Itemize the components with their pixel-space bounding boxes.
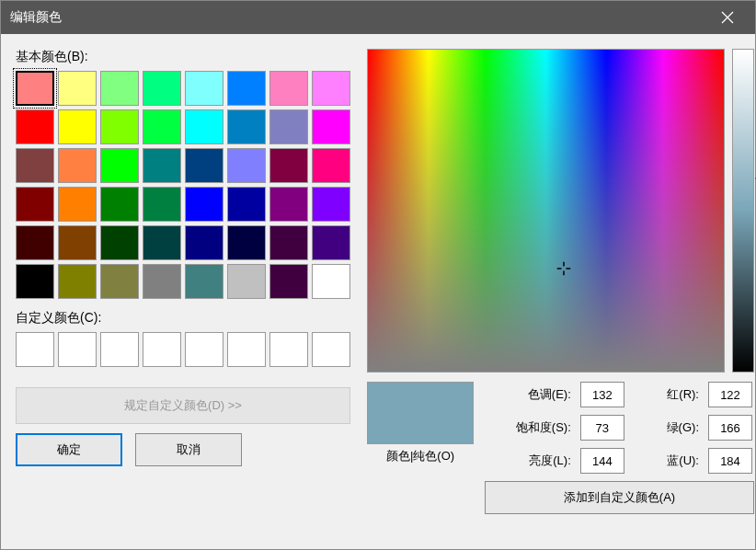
basic-swatch[interactable] [312, 109, 350, 144]
basic-swatch[interactable] [312, 225, 350, 260]
custom-colors-label: 自定义颜色(C): [16, 310, 350, 327]
basic-swatch[interactable] [16, 225, 54, 260]
custom-swatch[interactable] [185, 332, 223, 367]
basic-swatch[interactable] [269, 71, 308, 106]
basic-swatch[interactable] [16, 187, 54, 222]
basic-swatch[interactable] [269, 187, 308, 222]
gradient-area [367, 49, 754, 372]
basic-swatch[interactable] [227, 71, 266, 106]
basic-swatch[interactable] [16, 148, 54, 183]
basic-swatch[interactable] [312, 264, 350, 299]
basic-swatch[interactable] [58, 109, 97, 144]
basic-swatch[interactable] [143, 109, 181, 144]
red-label: 红(R): [636, 386, 699, 403]
basic-swatch[interactable] [58, 225, 97, 260]
green-label: 绿(G): [636, 419, 699, 436]
basic-swatch[interactable] [227, 148, 266, 183]
basic-swatch[interactable] [16, 264, 54, 299]
basic-swatch[interactable] [16, 71, 54, 106]
basic-swatch[interactable] [100, 148, 139, 183]
custom-swatch[interactable] [269, 332, 308, 367]
sat-label: 饱和度(S): [485, 419, 571, 436]
add-custom-button[interactable]: 添加到自定义颜色(A) [485, 481, 754, 514]
red-input[interactable] [708, 382, 752, 407]
basic-swatch[interactable] [58, 71, 97, 106]
basic-swatch[interactable] [100, 109, 139, 144]
dialog-content: 基本颜色(B): 自定义颜色(C): 规定自定义颜色(D) >> 确定 取消 [1, 34, 755, 549]
basic-swatch[interactable] [312, 148, 350, 183]
right-panel: 颜色|纯色(O) 色调(E): 红(R): 饱和度(S): 绿(G): 亮度(L… [367, 49, 754, 534]
basic-colors-grid [16, 71, 350, 299]
hue-input[interactable] [580, 382, 624, 407]
basic-swatch[interactable] [185, 148, 223, 183]
custom-swatch[interactable] [16, 332, 54, 367]
basic-swatch[interactable] [185, 225, 223, 260]
basic-swatch[interactable] [143, 71, 181, 106]
custom-swatch[interactable] [100, 332, 139, 367]
hue-sat-picker[interactable] [367, 49, 725, 372]
crosshair-icon [556, 262, 570, 276]
sat-input[interactable] [580, 415, 624, 441]
custom-swatch[interactable] [227, 332, 266, 367]
basic-swatch[interactable] [227, 264, 266, 299]
color-inputs: 色调(E): 红(R): 饱和度(S): 绿(G): 亮度(L): 蓝(U): [485, 382, 754, 474]
titlebar: 编辑颜色 [1, 1, 755, 34]
basic-swatch[interactable] [58, 264, 97, 299]
basic-swatch[interactable] [16, 109, 54, 144]
basic-swatch[interactable] [58, 148, 97, 183]
basic-swatch[interactable] [312, 71, 350, 106]
green-input[interactable] [708, 415, 752, 441]
basic-swatch[interactable] [269, 264, 308, 299]
define-custom-button: 规定自定义颜色(D) >> [16, 387, 350, 424]
lum-input[interactable] [580, 448, 624, 474]
basic-swatch[interactable] [227, 187, 266, 222]
basic-swatch[interactable] [185, 109, 223, 144]
basic-swatch[interactable] [58, 187, 97, 222]
basic-swatch[interactable] [312, 187, 350, 222]
basic-swatch[interactable] [143, 225, 181, 260]
left-panel: 基本颜色(B): 自定义颜色(C): 规定自定义颜色(D) >> 确定 取消 [16, 49, 350, 534]
basic-swatch[interactable] [185, 264, 223, 299]
custom-colors-grid [16, 332, 350, 367]
color-details: 颜色|纯色(O) 色调(E): 红(R): 饱和度(S): 绿(G): 亮度(L… [367, 382, 754, 514]
color-dialog: 编辑颜色 基本颜色(B): 自定义颜色(C): 规定自定义颜色(D) >> 确定… [0, 0, 756, 550]
basic-swatch[interactable] [185, 187, 223, 222]
preview-column: 颜色|纯色(O) [367, 382, 474, 514]
custom-swatch[interactable] [312, 332, 350, 367]
close-button[interactable] [709, 1, 746, 34]
basic-swatch[interactable] [143, 264, 181, 299]
basic-swatch[interactable] [227, 109, 266, 144]
basic-swatch[interactable] [143, 187, 181, 222]
basic-swatch[interactable] [100, 264, 139, 299]
basic-swatch[interactable] [269, 109, 308, 144]
color-preview [367, 382, 474, 444]
ok-button[interactable]: 确定 [16, 433, 122, 466]
basic-swatch[interactable] [269, 148, 308, 183]
basic-swatch[interactable] [227, 225, 266, 260]
blue-label: 蓝(U): [636, 453, 699, 469]
basic-swatch[interactable] [185, 71, 223, 106]
basic-swatch[interactable] [269, 225, 308, 260]
blue-input[interactable] [708, 448, 752, 474]
basic-swatch[interactable] [143, 148, 181, 183]
basic-swatch[interactable] [100, 187, 139, 222]
close-icon [721, 11, 734, 24]
lum-label: 亮度(L): [485, 453, 571, 469]
cancel-button[interactable]: 取消 [135, 433, 242, 466]
hue-label: 色调(E): [485, 386, 571, 403]
dialog-buttons: 确定 取消 [16, 433, 350, 466]
window-title: 编辑颜色 [10, 9, 709, 26]
basic-swatch[interactable] [100, 225, 139, 260]
luminosity-slider[interactable] [732, 49, 754, 372]
preview-label: 颜色|纯色(O) [367, 448, 474, 464]
custom-swatch[interactable] [143, 332, 181, 367]
custom-swatch[interactable] [58, 332, 97, 367]
basic-colors-label: 基本颜色(B): [16, 49, 350, 65]
basic-swatch[interactable] [100, 71, 139, 106]
